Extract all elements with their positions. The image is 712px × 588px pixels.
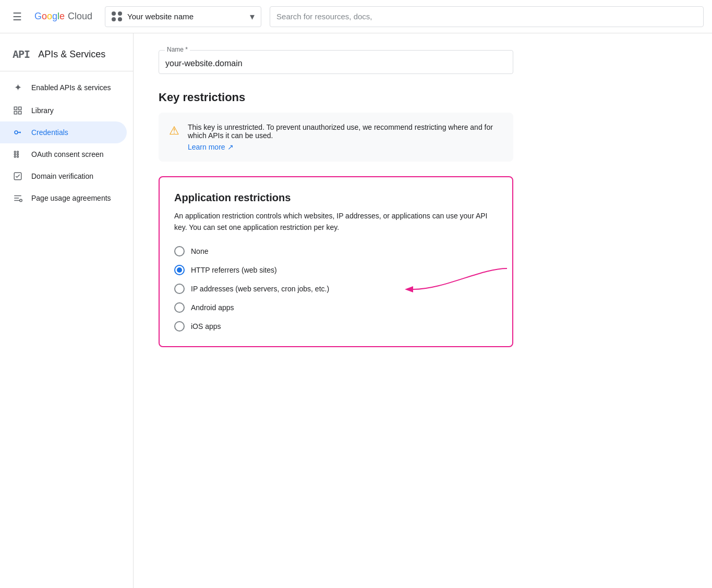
warning-triangle-icon: ⚠: [169, 124, 179, 151]
sidebar: API APIs & Services ✦ Enabled APIs & ser…: [0, 33, 134, 588]
radio-circle-http-referrers: [174, 265, 185, 275]
library-icon: [13, 106, 23, 115]
app-restrictions-title: Application restrictions: [174, 192, 498, 204]
search-bar[interactable]: Search for resources, docs,: [270, 6, 704, 27]
sidebar-item-credentials[interactable]: Credentials: [0, 121, 127, 143]
sidebar-label-credentials: Credentials: [31, 128, 68, 137]
sidebar-divider: [0, 71, 133, 71]
sidebar-label-domain-verification: Domain verification: [31, 172, 93, 180]
radio-label-ip-addresses: IP addresses (web servers, cron jobs, et…: [191, 285, 329, 293]
app-restrictions-description: An application restriction controls whic…: [174, 210, 498, 234]
svg-point-8: [14, 154, 16, 155]
svg-point-17: [20, 199, 22, 202]
svg-point-11: [17, 154, 19, 155]
svg-point-12: [17, 156, 19, 157]
sidebar-label-oauth: OAuth consent screen: [31, 150, 104, 158]
sidebar-label-page-usage: Page usage agreements: [31, 194, 111, 202]
sidebar-item-oauth[interactable]: OAuth consent screen: [0, 143, 127, 165]
enabled-apis-icon: ✦: [13, 82, 23, 93]
name-field-wrapper: Name *: [159, 50, 513, 74]
svg-rect-1: [19, 107, 21, 109]
sidebar-label-enabled-apis: Enabled APIs & services: [31, 83, 111, 92]
svg-rect-2: [14, 112, 17, 114]
svg-point-7: [14, 151, 16, 153]
dropdown-arrow-icon: ▾: [250, 11, 255, 22]
sidebar-item-domain-verification[interactable]: Domain verification: [0, 165, 127, 187]
radio-group: None HTTP referrers (web sites) IP addre…: [174, 246, 498, 332]
cloud-logo-text: Cloud: [68, 11, 92, 22]
menu-icon[interactable]: ☰: [8, 6, 26, 27]
google-cloud-logo: Google Cloud: [34, 11, 92, 22]
sidebar-item-page-usage[interactable]: Page usage agreements: [0, 187, 127, 209]
radio-item-none[interactable]: None: [174, 246, 498, 256]
key-restrictions-section: Key restrictions ⚠ This key is unrestric…: [159, 91, 687, 162]
project-name: Your website name: [127, 12, 245, 21]
project-dots-icon: [112, 11, 122, 22]
radio-circle-ios-apps: [174, 321, 185, 332]
main-layout: API APIs & Services ✦ Enabled APIs & ser…: [0, 33, 712, 588]
radio-label-http-referrers: HTTP referrers (web sites): [191, 266, 277, 274]
name-field-input[interactable]: [159, 50, 513, 74]
sidebar-item-enabled-apis[interactable]: ✦ Enabled APIs & services: [0, 76, 127, 100]
radio-inner-http-referrers: [177, 267, 182, 273]
radio-label-none: None: [191, 247, 208, 255]
google-logo-text: Google: [34, 11, 65, 22]
radio-circle-ip-addresses: [174, 284, 185, 294]
warning-content: This key is unrestricted. To prevent una…: [188, 123, 503, 151]
api-logo: API: [13, 48, 30, 60]
svg-rect-3: [19, 112, 21, 114]
page-usage-icon: [13, 193, 23, 203]
sidebar-header: API APIs & Services: [0, 42, 133, 69]
svg-rect-0: [14, 107, 17, 109]
radio-circle-android-apps: [174, 302, 185, 313]
name-field-label: Name *: [165, 46, 190, 53]
oauth-icon: [13, 150, 23, 159]
radio-item-http-referrers[interactable]: HTTP referrers (web sites): [174, 265, 498, 275]
radio-item-ios-apps[interactable]: iOS apps: [174, 321, 498, 332]
app-restrictions-box: Application restrictions An application …: [159, 176, 513, 347]
project-selector[interactable]: Your website name ▾: [105, 6, 261, 27]
radio-label-ios-apps: iOS apps: [191, 322, 221, 330]
radio-item-android-apps[interactable]: Android apps: [174, 302, 498, 313]
svg-point-10: [17, 151, 19, 153]
svg-point-9: [14, 156, 16, 157]
sidebar-item-library[interactable]: Library: [0, 100, 127, 121]
radio-label-android-apps: Android apps: [191, 303, 234, 312]
key-restrictions-title: Key restrictions: [159, 91, 687, 104]
learn-more-link[interactable]: Learn more ↗: [188, 143, 234, 151]
sidebar-title: APIs & Services: [38, 49, 105, 60]
key-restrictions-warning: ⚠ This key is unrestricted. To prevent u…: [159, 113, 513, 162]
svg-point-4: [15, 131, 18, 134]
external-link-icon: ↗: [227, 143, 234, 151]
domain-verification-icon: [13, 172, 23, 181]
header: ☰ Google Cloud Your website name ▾ Searc…: [0, 0, 712, 33]
radio-circle-none: [174, 246, 185, 256]
main-content: Name * Key restrictions ⚠ This key is un…: [134, 33, 712, 588]
radio-item-ip-addresses[interactable]: IP addresses (web servers, cron jobs, et…: [174, 284, 498, 294]
search-placeholder-text: Search for resources, docs,: [276, 12, 372, 21]
warning-text: This key is unrestricted. To prevent una…: [188, 123, 493, 140]
credentials-icon: [13, 128, 23, 137]
sidebar-label-library: Library: [31, 106, 54, 115]
